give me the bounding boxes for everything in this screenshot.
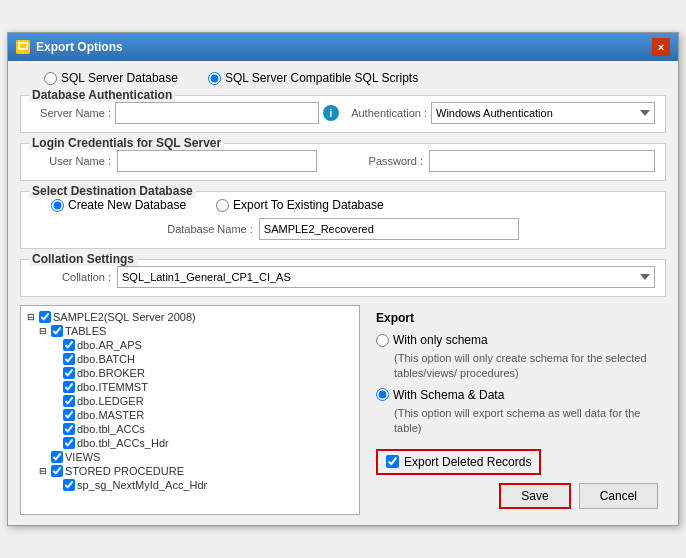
export-deleted-box[interactable]: Export Deleted Records (376, 449, 541, 475)
username-input[interactable] (117, 150, 317, 172)
expand-icon (49, 367, 61, 379)
expand-icon (49, 339, 61, 351)
tree-label: dbo.LEDGER (77, 395, 144, 407)
collation-section: Collation Settings Collation : SQL_Latin… (20, 259, 666, 297)
info-button[interactable]: i (323, 105, 339, 121)
password-input[interactable] (429, 150, 655, 172)
tree-item[interactable]: dbo.tbl_ACCs_Hdr (25, 436, 355, 450)
tree-item[interactable]: dbo.ITEMMST (25, 380, 355, 394)
sql-scripts-radio[interactable] (208, 72, 221, 85)
schema-only-option: With only schema (376, 333, 658, 347)
db-auth-section: Database Authentication Server Name : i … (20, 95, 666, 133)
expand-icon (49, 353, 61, 365)
server-name-label: Server Name : (31, 107, 111, 119)
expand-icon (49, 423, 61, 435)
export-toas-options: SQL Server Database SQL Server Compatibl… (44, 71, 662, 85)
export-options-window: Export Options × SQL Server Database SQL… (7, 32, 679, 526)
window-icon (16, 40, 30, 54)
tree-label: dbo.AR_APS (77, 339, 142, 351)
server-name-group: Server Name : i (31, 102, 339, 124)
tree-checkbox[interactable] (51, 465, 63, 477)
close-button[interactable]: × (652, 38, 670, 56)
tree-checkbox[interactable] (63, 423, 75, 435)
schema-only-desc: (This option will only create schema for… (394, 351, 658, 382)
save-button[interactable]: Save (499, 483, 570, 509)
tree-label: dbo.MASTER (77, 409, 144, 421)
svg-rect-0 (19, 43, 27, 49)
tree-item[interactable]: dbo.LEDGER (25, 394, 355, 408)
tree-item[interactable]: ⊟ STORED PROCEDURE (25, 464, 355, 478)
schema-data-label: With Schema & Data (393, 388, 504, 402)
create-new-radio[interactable] (51, 199, 64, 212)
tree-checkbox[interactable] (39, 311, 51, 323)
export-existing-option[interactable]: Export To Existing Database (216, 198, 384, 212)
expand-icon (49, 409, 61, 421)
sql-server-db-label: SQL Server Database (61, 71, 178, 85)
destination-db-section: Select Destination Database Create New D… (20, 191, 666, 249)
tree-item[interactable]: ⊟ SAMPLE2(SQL Server 2008) (25, 310, 355, 324)
db-auth-row: Server Name : i Authentication : Windows… (31, 102, 655, 124)
expand-icon: ⊟ (37, 325, 49, 337)
export-panel: Export With only schema (This option wil… (368, 305, 666, 515)
authentication-select[interactable]: Windows Authentication SQL Server Authen… (431, 102, 655, 124)
tree-label: VIEWS (65, 451, 100, 463)
tree-checkbox[interactable] (63, 339, 75, 351)
sql-server-db-option[interactable]: SQL Server Database (44, 71, 178, 85)
collation-row: Collation : SQL_Latin1_General_CP1_CI_AS (31, 266, 655, 288)
tree-checkbox[interactable] (63, 367, 75, 379)
schema-only-radio-label[interactable]: With only schema (376, 333, 658, 347)
export-toas-section: SQL Server Database SQL Server Compatibl… (20, 71, 666, 85)
tree-item[interactable]: dbo.AR_APS (25, 338, 355, 352)
title-bar-left: Export Options (16, 40, 123, 54)
tree-checkbox[interactable] (63, 479, 75, 491)
tree-checkbox[interactable] (63, 437, 75, 449)
authentication-label: Authentication : (347, 107, 427, 119)
collation-label: Collation : (31, 271, 111, 283)
server-name-input[interactable] (115, 102, 319, 124)
tree-label: dbo.ITEMMST (77, 381, 148, 393)
tree-checkbox[interactable] (51, 451, 63, 463)
main-content: SQL Server Database SQL Server Compatibl… (8, 61, 678, 525)
export-deleted-checkbox[interactable] (386, 455, 399, 468)
tree-checkbox[interactable] (63, 353, 75, 365)
window-title: Export Options (36, 40, 123, 54)
db-name-input[interactable] (259, 218, 519, 240)
export-deleted-label: Export Deleted Records (404, 455, 531, 469)
tree-checkbox[interactable] (63, 381, 75, 393)
tree-panel[interactable]: ⊟ SAMPLE2(SQL Server 2008) ⊟ TABLES dbo.… (20, 305, 360, 515)
schema-only-label: With only schema (393, 333, 488, 347)
login-credentials-section: Login Credentials for SQL Server User Na… (20, 143, 666, 181)
db-name-row: Database Name : (31, 218, 655, 240)
create-new-option[interactable]: Create New Database (51, 198, 186, 212)
tree-item[interactable]: ⊟ TABLES (25, 324, 355, 338)
tree-item[interactable]: dbo.MASTER (25, 408, 355, 422)
db-auth-title: Database Authentication (29, 88, 175, 102)
export-panel-title: Export (376, 311, 658, 325)
export-existing-radio[interactable] (216, 199, 229, 212)
password-label: Password : (343, 155, 423, 167)
schema-only-radio[interactable] (376, 334, 389, 347)
tree-item[interactable]: dbo.BATCH (25, 352, 355, 366)
collation-select[interactable]: SQL_Latin1_General_CP1_CI_AS (117, 266, 655, 288)
tree-item[interactable]: VIEWS (25, 450, 355, 464)
tree-label: STORED PROCEDURE (65, 465, 184, 477)
bottom-section: ⊟ SAMPLE2(SQL Server 2008) ⊟ TABLES dbo.… (20, 305, 666, 515)
tree-label: sp_sg_NextMyId_Acc_Hdr (77, 479, 207, 491)
bottom-buttons: Save Cancel (376, 483, 658, 509)
sql-scripts-label: SQL Server Compatible SQL Scripts (225, 71, 418, 85)
schema-data-desc: (This option will export schema as well … (394, 406, 658, 437)
schema-data-radio[interactable] (376, 388, 389, 401)
tree-label: dbo.BROKER (77, 367, 145, 379)
authentication-group: Authentication : Windows Authentication … (347, 102, 655, 124)
tree-checkbox[interactable] (51, 325, 63, 337)
tree-checkbox[interactable] (63, 409, 75, 421)
tree-checkbox[interactable] (63, 395, 75, 407)
tree-item[interactable]: sp_sg_NextMyId_Acc_Hdr (25, 478, 355, 492)
cancel-button[interactable]: Cancel (579, 483, 658, 509)
db-name-label: Database Name : (167, 223, 253, 235)
tree-item[interactable]: dbo.tbl_ACCs (25, 422, 355, 436)
sql-server-db-radio[interactable] (44, 72, 57, 85)
schema-data-radio-label[interactable]: With Schema & Data (376, 388, 658, 402)
tree-item[interactable]: dbo.BROKER (25, 366, 355, 380)
sql-scripts-option[interactable]: SQL Server Compatible SQL Scripts (208, 71, 418, 85)
